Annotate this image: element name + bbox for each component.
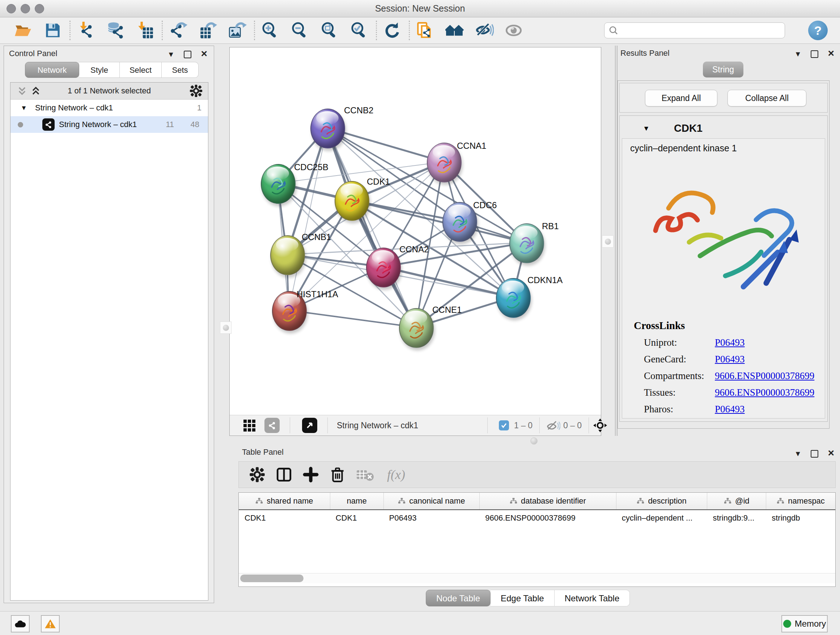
- column-header-database-identifier[interactable]: database identifier: [479, 493, 616, 509]
- results-panel-float-icon[interactable]: [811, 50, 818, 58]
- zoom-in-icon[interactable]: [261, 21, 279, 40]
- network-canvas[interactable]: CCNB2 CCNA1 CDC25B CDK1 CDC6 RB1 CCNB1 C…: [230, 48, 601, 415]
- memory-button[interactable]: Memory: [782, 615, 828, 632]
- help-button[interactable]: ?: [808, 21, 828, 40]
- open-session-icon[interactable]: [14, 21, 33, 40]
- network-node-CCNA1[interactable]: [427, 143, 462, 182]
- network-row-selected[interactable]: String Network – cdk1 11 48: [11, 116, 208, 133]
- column-header-shared-name[interactable]: shared name: [239, 493, 330, 509]
- show-all-icon[interactable]: [505, 21, 523, 40]
- tab-node-table[interactable]: Node Table: [426, 590, 491, 606]
- warnings-button[interactable]: [41, 615, 60, 632]
- crosslink-row: Pharos: P06493: [644, 404, 673, 415]
- network-options-gear-icon[interactable]: [189, 84, 203, 98]
- crosslink-link[interactable]: 9606.ENSP00000378699: [715, 371, 814, 382]
- crosslink-link[interactable]: P06493: [715, 354, 745, 365]
- hide-selected-icon[interactable]: [475, 21, 494, 40]
- table-settings-gear-icon[interactable]: [249, 466, 265, 483]
- network-node-CDC6[interactable]: [442, 202, 477, 242]
- export-image-icon[interactable]: [228, 21, 247, 40]
- table-cell[interactable]: P06493: [384, 510, 480, 526]
- search-box[interactable]: [604, 22, 785, 38]
- add-column-plus-icon[interactable]: [302, 466, 319, 483]
- zoom-selected-icon[interactable]: [350, 21, 369, 40]
- crosslink-link[interactable]: P06493: [715, 404, 745, 415]
- column-header-name[interactable]: name: [330, 493, 384, 509]
- tab-sets[interactable]: Sets: [162, 62, 199, 78]
- toolbar-separator: [254, 21, 255, 40]
- import-network-from-file-icon[interactable]: [76, 21, 95, 40]
- control-panel-close-icon[interactable]: ×: [201, 48, 207, 59]
- export-table-icon[interactable]: [198, 21, 217, 40]
- crosslink-row: Compartments: 9606.ENSP00000378699: [644, 371, 704, 382]
- show-columns-icon[interactable]: [276, 466, 292, 483]
- first-neighbors-icon[interactable]: [445, 21, 464, 40]
- expand-all-button[interactable]: Expand All: [645, 90, 717, 106]
- network-node-CCNE1[interactable]: [399, 308, 434, 348]
- left-splitter-handle[interactable]: [220, 321, 232, 334]
- table-cell[interactable]: cyclin–dependent ...: [616, 510, 707, 526]
- tab-edge-table[interactable]: Edge Table: [491, 590, 554, 606]
- tab-network-table[interactable]: Network Table: [554, 590, 630, 606]
- results-panel-close-icon[interactable]: ×: [828, 48, 834, 59]
- selected-counter: 1 – 0: [514, 415, 532, 435]
- gene-card-expander-icon[interactable]: ▼: [643, 125, 650, 133]
- network-node-CCNB2[interactable]: [310, 109, 345, 149]
- network-node-CDC25B[interactable]: [261, 164, 295, 204]
- network-node-CDK1[interactable]: [335, 181, 369, 221]
- network-node-RB1[interactable]: [509, 223, 544, 263]
- import-network-from-database-icon[interactable]: [106, 21, 125, 40]
- tab-network[interactable]: Network: [25, 62, 79, 78]
- network-node-CCNB1[interactable]: [270, 235, 305, 275]
- collapse-all-button[interactable]: Collapse All: [728, 90, 806, 106]
- crosslink-link[interactable]: P06493: [715, 337, 745, 348]
- crosslink-link[interactable]: 9606.ENSP00000378699: [715, 387, 814, 398]
- scrollbar-thumb[interactable]: [240, 575, 303, 582]
- tab-select[interactable]: Select: [120, 62, 162, 78]
- apply-preferred-layout-icon[interactable]: [383, 21, 401, 40]
- network-collection-row[interactable]: ▼ String Network – cdk1 1: [11, 100, 208, 116]
- results-tab-string[interactable]: String: [703, 62, 744, 78]
- table-row[interactable]: CDK1CDK1P064939606.ENSP00000378699cyclin…: [239, 510, 835, 526]
- search-input[interactable]: [621, 25, 785, 35]
- import-table-from-file-icon[interactable]: [136, 21, 155, 40]
- right-splitter-handle[interactable]: [602, 235, 614, 248]
- network-node-CCNA2[interactable]: [366, 248, 401, 287]
- vertical-splitter[interactable]: [615, 46, 617, 436]
- network-node-CDKN1A[interactable]: [496, 278, 531, 318]
- control-panel-collapse-icon[interactable]: ▼: [167, 51, 175, 58]
- column-header-canonical-name[interactable]: canonical name: [384, 493, 480, 509]
- selected-nodes-checkbox-icon[interactable]: [499, 420, 509, 431]
- network-node-label-RB1: RB1: [542, 221, 559, 231]
- table-cell[interactable]: stringdb:9...: [707, 510, 766, 526]
- table-cell[interactable]: CDK1: [330, 510, 384, 526]
- results-panel-collapse-icon[interactable]: ▼: [794, 50, 802, 57]
- tree-expander-icon[interactable]: ▼: [21, 104, 27, 112]
- birds-eye-view-icon[interactable]: [302, 418, 317, 433]
- column-header-description[interactable]: description: [616, 493, 707, 509]
- delete-column-trash-icon[interactable]: [329, 466, 346, 483]
- table-panel-collapse-icon[interactable]: ▼: [794, 450, 802, 457]
- column-header--id[interactable]: @id: [707, 493, 766, 509]
- table-cell[interactable]: 9606.ENSP00000378699: [479, 510, 616, 526]
- control-panel-float-icon[interactable]: [184, 51, 191, 58]
- export-network-icon[interactable]: [169, 21, 187, 40]
- clone-network-icon[interactable]: [416, 21, 434, 40]
- network-node-label-CDKN1A: CDKN1A: [527, 275, 562, 285]
- table-cell[interactable]: stringdb: [766, 510, 835, 526]
- column-header-namespac[interactable]: namespac: [766, 493, 835, 509]
- zoom-out-icon[interactable]: [291, 21, 309, 40]
- table-cell[interactable]: CDK1: [239, 510, 330, 526]
- grid-view-icon[interactable]: [243, 419, 256, 432]
- zoom-fit-icon[interactable]: [320, 21, 339, 40]
- table-panel-float-icon[interactable]: [811, 450, 818, 458]
- status-bar: Memory: [0, 611, 840, 635]
- table-horizontal-scrollbar[interactable]: [239, 573, 835, 583]
- fit-content-crosshair-icon[interactable]: [593, 418, 607, 432]
- network-share-view-icon[interactable]: [264, 418, 279, 433]
- tab-style[interactable]: Style: [79, 62, 120, 78]
- save-session-icon[interactable]: [43, 21, 62, 40]
- horizontal-splitter-handle[interactable]: [531, 437, 538, 445]
- cloud-status-button[interactable]: [11, 615, 30, 632]
- table-panel-close-icon[interactable]: ×: [828, 448, 834, 458]
